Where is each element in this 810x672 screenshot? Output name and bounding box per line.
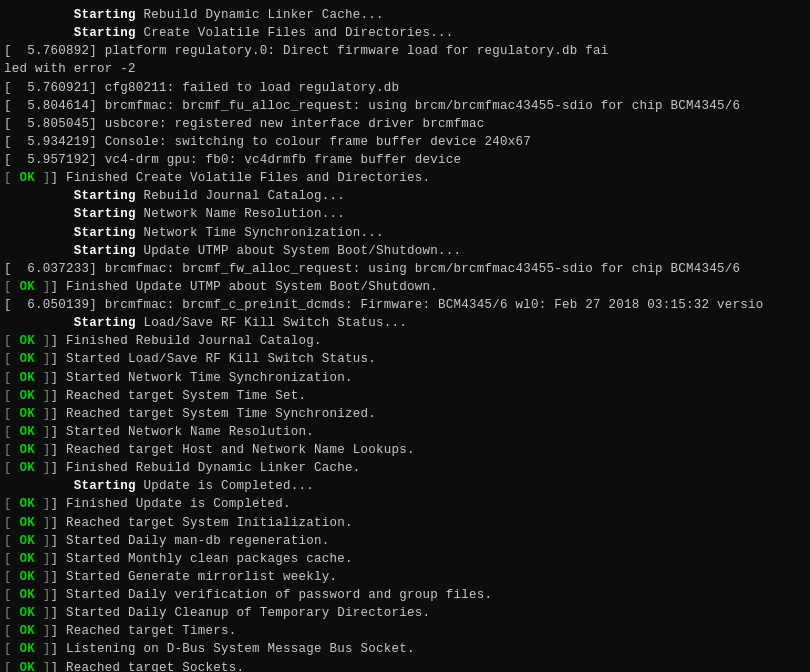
terminal-line: [ OK ]] Reached target Timers. — [4, 622, 806, 640]
terminal-line: [ OK ]] Started Network Name Resolution. — [4, 423, 806, 441]
terminal-screen: Starting Rebuild Dynamic Linker Cache...… — [0, 0, 810, 672]
terminal-line: Starting Network Time Synchronization... — [4, 224, 806, 242]
terminal-line: [ 5.934219] Console: switching to colour… — [4, 133, 806, 151]
terminal-line: [ OK ]] Started Daily verification of pa… — [4, 586, 806, 604]
terminal-line: [ 5.760921] cfg80211: failed to load reg… — [4, 79, 806, 97]
terminal-line: [ OK ]] Finished Update is Completed. — [4, 495, 806, 513]
terminal-line: Starting Network Name Resolution... — [4, 205, 806, 223]
terminal-line: [ 5.760892] platform regulatory.0: Direc… — [4, 42, 806, 60]
terminal-line: [ OK ]] Reached target Host and Network … — [4, 441, 806, 459]
terminal-line: [ OK ]] Started Generate mirrorlist week… — [4, 568, 806, 586]
terminal-line: [ OK ]] Started Load/Save RF Kill Switch… — [4, 350, 806, 368]
terminal-line: [ OK ]] Finished Rebuild Dynamic Linker … — [4, 459, 806, 477]
terminal-line: [ 5.805045] usbcore: registered new inte… — [4, 115, 806, 133]
terminal-line: [ 6.037233] brcmfmac: brcmf_fw_alloc_req… — [4, 260, 806, 278]
terminal-line: [ 5.804614] brcmfmac: brcmf_fu_alloc_req… — [4, 97, 806, 115]
terminal-line: Starting Create Volatile Files and Direc… — [4, 24, 806, 42]
terminal-line: [ OK ]] Started Daily Cleanup of Tempora… — [4, 604, 806, 622]
terminal-line: Starting Update UTMP about System Boot/S… — [4, 242, 806, 260]
terminal-line: [ OK ]] Reached target System Time Synch… — [4, 405, 806, 423]
terminal-line: [ OK ]] Listening on D-Bus System Messag… — [4, 640, 806, 658]
terminal-line: [ 6.050139] brcmfmac: brcmf_c_preinit_dc… — [4, 296, 806, 314]
terminal-line: [ OK ]] Reached target Sockets. — [4, 659, 806, 673]
terminal-line: [ OK ]] Finished Update UTMP about Syste… — [4, 278, 806, 296]
terminal-line: [ OK ]] Finished Rebuild Journal Catalog… — [4, 332, 806, 350]
terminal-line: [ OK ]] Finished Create Volatile Files a… — [4, 169, 806, 187]
terminal-line: [ 5.957192] vc4-drm gpu: fb0: vc4drmfb f… — [4, 151, 806, 169]
terminal-line: [ OK ]] Reached target System Time Set. — [4, 387, 806, 405]
terminal-line: [ OK ]] Reached target System Initializa… — [4, 514, 806, 532]
terminal-line: [ OK ]] Started Monthly clean packages c… — [4, 550, 806, 568]
terminal-line: Starting Update is Completed... — [4, 477, 806, 495]
terminal-line: Starting Rebuild Dynamic Linker Cache... — [4, 6, 806, 24]
terminal-line: [ OK ]] Started Network Time Synchroniza… — [4, 369, 806, 387]
terminal-line: [ OK ]] Started Daily man-db regeneratio… — [4, 532, 806, 550]
terminal-line: Starting Rebuild Journal Catalog... — [4, 187, 806, 205]
terminal-line: Starting Load/Save RF Kill Switch Status… — [4, 314, 806, 332]
terminal-line: led with error -2 — [4, 60, 806, 78]
